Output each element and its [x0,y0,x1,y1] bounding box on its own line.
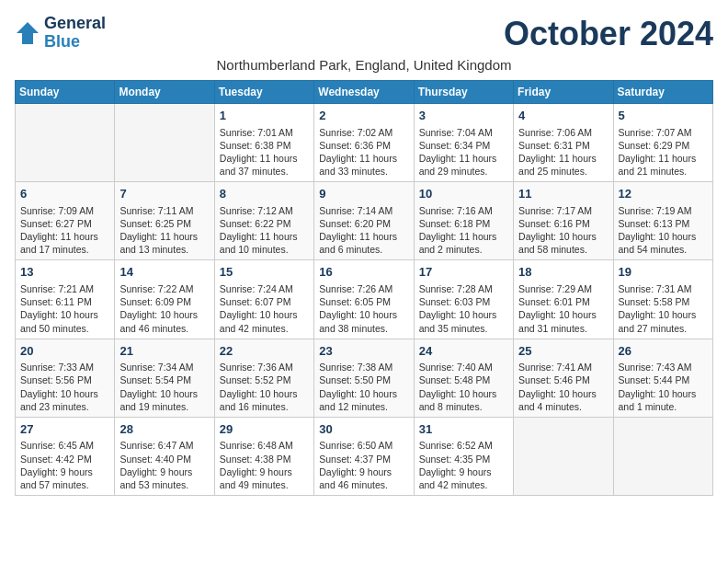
day-info: Sunrise: 6:50 AM Sunset: 4:37 PM Dayligh… [319,439,408,491]
calendar-cell: 25Sunrise: 7:41 AM Sunset: 5:46 PM Dayli… [514,339,613,417]
calendar-cell: 4Sunrise: 7:06 AM Sunset: 6:31 PM Daylig… [514,104,613,182]
day-number: 14 [119,264,209,281]
day-info: Sunrise: 7:24 AM Sunset: 6:07 PM Dayligh… [220,282,309,335]
calendar-cell: 3Sunrise: 7:04 AM Sunset: 6:34 PM Daylig… [414,104,513,182]
day-info: Sunrise: 7:17 AM Sunset: 6:16 PM Dayligh… [518,204,608,257]
day-info: Sunrise: 7:33 AM Sunset: 5:56 PM Dayligh… [20,361,109,413]
calendar-cell: 6Sunrise: 7:09 AM Sunset: 6:27 PM Daylig… [16,182,115,260]
day-number: 13 [20,264,109,281]
calendar-cell: 23Sunrise: 7:38 AM Sunset: 5:50 PM Dayli… [314,339,414,417]
calendar-cell [613,417,712,495]
day-info: Sunrise: 7:14 AM Sunset: 6:20 PM Dayligh… [319,204,408,257]
calendar-cell: 1Sunrise: 7:01 AM Sunset: 6:38 PM Daylig… [214,104,313,182]
day-number: 1 [220,108,309,124]
day-number: 27 [20,421,109,438]
calendar-cell: 21Sunrise: 7:34 AM Sunset: 5:54 PM Dayli… [115,339,214,417]
calendar-cell: 29Sunrise: 6:48 AM Sunset: 4:38 PM Dayli… [214,417,313,495]
calendar-cell: 30Sunrise: 6:50 AM Sunset: 4:37 PM Dayli… [314,417,414,495]
day-info: Sunrise: 7:31 AM Sunset: 5:58 PM Dayligh… [619,282,708,335]
header-saturday: Saturday [613,81,712,104]
day-number: 21 [119,343,209,360]
calendar-cell: 20Sunrise: 7:33 AM Sunset: 5:56 PM Dayli… [16,339,115,417]
logo-line2: Blue [44,32,80,51]
day-number: 3 [419,108,508,124]
header-wednesday: Wednesday [314,81,414,104]
day-info: Sunrise: 7:29 AM Sunset: 6:01 PM Dayligh… [518,282,608,335]
logo-line1: General [44,14,106,32]
calendar-cell: 28Sunrise: 6:47 AM Sunset: 4:40 PM Dayli… [115,417,214,495]
day-info: Sunrise: 7:01 AM Sunset: 6:38 PM Dayligh… [220,126,309,178]
day-number: 17 [419,264,508,281]
day-number: 4 [518,108,608,124]
day-number: 8 [220,186,309,202]
day-number: 7 [119,186,209,202]
day-number: 23 [319,343,408,360]
day-number: 15 [220,264,309,281]
header-friday: Friday [514,81,613,104]
day-number: 24 [419,343,508,360]
calendar-cell [16,104,115,182]
day-number: 29 [220,421,309,438]
day-number: 6 [20,186,109,202]
calendar-cell [514,417,613,495]
day-info: Sunrise: 7:11 AM Sunset: 6:25 PM Dayligh… [119,204,209,257]
day-number: 30 [319,421,408,438]
calendar-cell [115,104,214,182]
calendar-cell: 26Sunrise: 7:43 AM Sunset: 5:44 PM Dayli… [613,339,712,417]
week-row-1: 6Sunrise: 7:09 AM Sunset: 6:27 PM Daylig… [16,182,713,260]
day-number: 12 [619,186,708,202]
day-number: 20 [20,343,109,360]
month-title: October 2024 [504,15,713,53]
calendar-cell: 14Sunrise: 7:22 AM Sunset: 6:09 PM Dayli… [115,260,214,339]
calendar-cell: 22Sunrise: 7:36 AM Sunset: 5:52 PM Dayli… [214,339,313,417]
day-number: 5 [619,108,708,124]
day-info: Sunrise: 7:41 AM Sunset: 5:46 PM Dayligh… [518,361,608,413]
day-info: Sunrise: 7:38 AM Sunset: 5:50 PM Dayligh… [319,361,408,413]
day-number: 19 [619,264,708,281]
header-sunday: Sunday [16,81,115,104]
day-number: 31 [419,421,508,438]
calendar-cell: 7Sunrise: 7:11 AM Sunset: 6:25 PM Daylig… [115,182,214,260]
day-info: Sunrise: 6:47 AM Sunset: 4:40 PM Dayligh… [119,439,209,491]
calendar-cell: 17Sunrise: 7:28 AM Sunset: 6:03 PM Dayli… [414,260,513,339]
calendar-cell: 15Sunrise: 7:24 AM Sunset: 6:07 PM Dayli… [214,260,313,339]
week-row-0: 1Sunrise: 7:01 AM Sunset: 6:38 PM Daylig… [16,104,713,182]
day-number: 28 [119,421,209,438]
calendar-cell: 5Sunrise: 7:07 AM Sunset: 6:29 PM Daylig… [613,104,712,182]
day-number: 11 [518,186,608,202]
header-thursday: Thursday [414,81,513,104]
day-info: Sunrise: 7:26 AM Sunset: 6:05 PM Dayligh… [319,282,408,335]
day-info: Sunrise: 7:34 AM Sunset: 5:54 PM Dayligh… [119,361,209,413]
calendar-cell: 10Sunrise: 7:16 AM Sunset: 6:18 PM Dayli… [414,182,513,260]
day-number: 2 [319,108,408,124]
day-number: 26 [619,343,708,360]
calendar-cell: 9Sunrise: 7:14 AM Sunset: 6:20 PM Daylig… [314,182,414,260]
calendar-cell: 13Sunrise: 7:21 AM Sunset: 6:11 PM Dayli… [16,260,115,339]
day-info: Sunrise: 7:16 AM Sunset: 6:18 PM Dayligh… [419,204,508,257]
logo: General Blue [15,15,106,52]
calendar-cell: 16Sunrise: 7:26 AM Sunset: 6:05 PM Dayli… [314,260,414,339]
page-header: General Blue October 2024 [15,15,713,53]
logo-text: General Blue [44,15,106,52]
calendar-cell: 8Sunrise: 7:12 AM Sunset: 6:22 PM Daylig… [214,182,313,260]
day-number: 10 [419,186,508,202]
calendar-cell: 18Sunrise: 7:29 AM Sunset: 6:01 PM Dayli… [514,260,613,339]
day-info: Sunrise: 6:48 AM Sunset: 4:38 PM Dayligh… [220,439,309,491]
day-number: 22 [220,343,309,360]
calendar-cell: 27Sunrise: 6:45 AM Sunset: 4:42 PM Dayli… [16,417,115,495]
day-info: Sunrise: 7:07 AM Sunset: 6:29 PM Dayligh… [619,126,708,178]
day-info: Sunrise: 7:02 AM Sunset: 6:36 PM Dayligh… [319,126,408,178]
day-info: Sunrise: 6:52 AM Sunset: 4:35 PM Dayligh… [419,439,508,491]
calendar-cell: 31Sunrise: 6:52 AM Sunset: 4:35 PM Dayli… [414,417,513,495]
day-info: Sunrise: 7:04 AM Sunset: 6:34 PM Dayligh… [419,126,508,178]
day-info: Sunrise: 7:22 AM Sunset: 6:09 PM Dayligh… [119,282,209,335]
day-number: 18 [518,264,608,281]
day-info: Sunrise: 6:45 AM Sunset: 4:42 PM Dayligh… [20,439,109,491]
week-row-2: 13Sunrise: 7:21 AM Sunset: 6:11 PM Dayli… [16,260,713,339]
calendar-cell: 11Sunrise: 7:17 AM Sunset: 6:16 PM Dayli… [514,182,613,260]
logo-icon [15,20,40,46]
day-info: Sunrise: 7:43 AM Sunset: 5:44 PM Dayligh… [619,361,708,413]
day-number: 25 [518,343,608,360]
day-info: Sunrise: 7:21 AM Sunset: 6:11 PM Dayligh… [20,282,109,335]
day-info: Sunrise: 7:19 AM Sunset: 6:13 PM Dayligh… [619,204,708,257]
